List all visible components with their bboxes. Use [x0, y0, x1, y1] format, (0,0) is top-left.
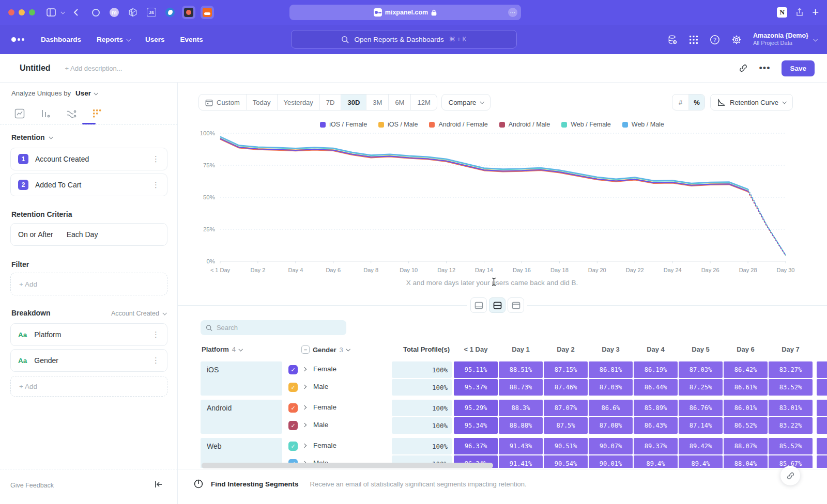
global-search-button[interactable]: Open Reports & Dashboards ⌘ + K — [291, 30, 517, 49]
nav-item-reports[interactable]: Reports — [97, 36, 130, 43]
retention-value-cell[interactable]: 86.43% — [634, 417, 678, 434]
retention-value-cell[interactable]: 87.15% — [544, 361, 588, 378]
tab-retention[interactable] — [91, 107, 103, 120]
row-checkbox[interactable]: ✓ — [288, 403, 298, 413]
layout-table-only-button[interactable] — [508, 297, 524, 313]
retention-value-cell[interactable]: 87.25% — [679, 379, 723, 396]
extension-avatar-icon[interactable]: m — [108, 6, 121, 19]
retention-value-cell[interactable]: 89.4% — [634, 455, 678, 468]
retention-value-cell[interactable]: 88.51% — [499, 361, 543, 378]
more-options-icon[interactable]: ••• — [759, 63, 771, 74]
unit-number-toggle[interactable]: # — [672, 94, 688, 110]
retention-value-cell[interactable]: 86.19% — [634, 361, 678, 378]
tab-insights[interactable] — [13, 107, 26, 120]
retention-value-cell[interactable]: 90.54% — [544, 455, 588, 468]
retention-criteria-card[interactable]: On or After Each Day — [10, 223, 167, 246]
report-title[interactable]: Untitled — [20, 64, 51, 73]
chart-type-select[interactable]: Retention Curve — [710, 94, 793, 111]
nav-item-events[interactable]: Events — [180, 36, 203, 43]
retention-value-cell[interactable]: 86.01% — [724, 400, 768, 416]
tab-funnels[interactable] — [39, 107, 52, 120]
retention-value-cell[interactable]: 87.03% — [589, 379, 633, 396]
nav-item-dashboards[interactable]: Dashboards — [41, 36, 81, 43]
retention-value-cell[interactable]: 86.81% — [589, 361, 633, 378]
retention-value-cell[interactable]: 87.46% — [544, 379, 588, 396]
horizontal-scrollbar[interactable] — [202, 463, 493, 468]
add-description[interactable]: + Add description... — [65, 65, 122, 72]
retention-step-2[interactable]: 2Added To Cart⋮ — [10, 174, 167, 196]
row-checkbox[interactable]: ✓ — [288, 421, 298, 430]
row-expand-icon[interactable] — [302, 423, 307, 427]
step-options-icon[interactable]: ⋮ — [152, 180, 160, 190]
retention-value-cell[interactable]: 88.73% — [499, 379, 543, 396]
row-checkbox[interactable]: ✓ — [288, 383, 298, 392]
retention-value-cell[interactable]: 87.07% — [544, 400, 588, 416]
retention-value-cell[interactable]: 83.01% — [769, 400, 813, 416]
retention-value-cell[interactable]: 90.07% — [589, 438, 633, 454]
table-search-input[interactable] — [217, 324, 341, 332]
criteria-on-or-after[interactable]: On or After — [18, 230, 53, 239]
day-column-header[interactable]: < 1 Day — [454, 345, 498, 353]
legend-item[interactable]: iOS / Female — [320, 121, 367, 128]
retention-value-cell[interactable]: 86.42% — [724, 361, 768, 378]
legend-item[interactable]: Web / Male — [622, 121, 664, 128]
retention-value-cell[interactable]: 86.76% — [679, 400, 723, 416]
close-window-button[interactable] — [8, 9, 14, 15]
step-options-icon[interactable]: ⋮ — [152, 154, 160, 164]
range-button-12m[interactable]: 12M — [410, 94, 436, 110]
toolbar-chevron-down-icon[interactable] — [60, 10, 65, 14]
retention-line-chart[interactable]: 0%25%50%75%100%< 1 DayDay 2Day 4Day 6Day… — [178, 128, 827, 279]
tab-flows[interactable] — [65, 107, 78, 120]
retention-value-cell[interactable]: 86.44% — [634, 379, 678, 396]
apps-grid-icon[interactable] — [689, 35, 698, 44]
extension-js-icon[interactable]: JS — [145, 6, 158, 19]
retention-value-cell[interactable]: 86.52% — [724, 417, 768, 434]
extension-ring-icon[interactable] — [89, 6, 102, 19]
mixpanel-logo[interactable] — [11, 37, 24, 42]
extension-cube-icon[interactable] — [126, 6, 140, 19]
legend-item[interactable]: Android / Male — [499, 121, 550, 128]
unit-percent-toggle[interactable]: % — [688, 94, 705, 110]
extension-letterboxd-icon[interactable] — [182, 6, 195, 19]
retention-value-cell[interactable]: 83.27% — [769, 361, 813, 378]
row-expand-icon[interactable] — [302, 444, 307, 448]
retention-value-cell[interactable]: 83.52% — [769, 379, 813, 396]
day-column-header[interactable]: Day 6 — [724, 345, 768, 353]
retention-value-cell[interactable]: 87.14% — [679, 417, 723, 434]
retention-value-cell[interactable]: 91.41% — [499, 455, 543, 468]
select-all-checkbox[interactable]: – — [301, 345, 310, 354]
range-button-7d[interactable]: 7D — [319, 94, 341, 110]
retention-value-cell[interactable]: 95.34% — [454, 417, 498, 434]
breakdown-item-platform[interactable]: AaPlatform⋮ — [10, 323, 167, 346]
notion-app-icon[interactable]: N — [777, 7, 787, 18]
filter-add-button[interactable]: + Add — [10, 273, 167, 295]
extension-soundcloud-icon[interactable] — [201, 6, 214, 19]
analyze-value-select[interactable]: User — [75, 89, 91, 97]
give-feedback-link[interactable]: Give Feedback — [10, 482, 54, 489]
table-search[interactable] — [201, 320, 346, 335]
breakdown-item-gender[interactable]: AaGender⋮ — [10, 349, 167, 372]
day-column-header[interactable]: Day 1 — [499, 345, 543, 353]
address-bar[interactable]: mixpanel.com ⋯ — [289, 5, 521, 20]
back-button[interactable] — [69, 6, 83, 19]
breakdown-options-icon[interactable]: ⋮ — [152, 330, 160, 339]
retention-value-cell[interactable]: 83.22% — [769, 417, 813, 434]
row-expand-icon[interactable] — [302, 367, 307, 371]
range-button-30d[interactable]: 30D — [341, 94, 366, 110]
address-more-icon[interactable]: ⋯ — [508, 8, 517, 17]
row-checkbox[interactable]: ✓ — [288, 365, 298, 374]
project-switcher[interactable]: Amazonia {Demo} All Project Data — [753, 32, 817, 47]
retention-value-cell[interactable]: 88.04% — [724, 455, 768, 468]
collapse-sidebar-icon[interactable] — [155, 481, 163, 490]
day-column-header[interactable]: Day 7 — [769, 345, 813, 353]
retention-value-cell[interactable]: 95.37% — [454, 379, 498, 396]
row-expand-icon[interactable] — [302, 385, 307, 389]
retention-value-cell[interactable]: 86.6% — [589, 400, 633, 416]
legend-item[interactable]: iOS / Male — [378, 121, 418, 128]
retention-value-cell[interactable]: 87.08% — [589, 417, 633, 434]
zoom-window-button[interactable] — [29, 9, 35, 15]
day-column-header[interactable]: Day 5 — [679, 345, 723, 353]
row-expand-icon[interactable] — [302, 405, 307, 410]
retention-value-cell[interactable]: 85.52% — [769, 438, 813, 454]
retention-value-cell[interactable]: 95.29% — [454, 400, 498, 416]
